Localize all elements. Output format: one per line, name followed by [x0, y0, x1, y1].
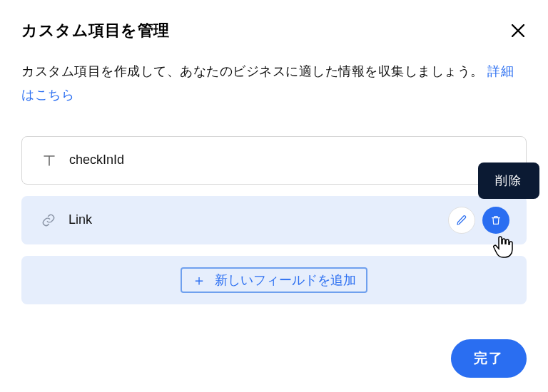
delete-field-button[interactable]	[482, 207, 509, 234]
add-field-button[interactable]: ＋ 新しいフィールドを追加	[21, 256, 527, 304]
field-list: checkInId Link ＋ 新しいフィールドを追加	[21, 136, 527, 304]
cursor-hand-icon	[492, 234, 514, 262]
dialog-description: カスタム項目を作成して、あなたのビジネスに適した情報を収集しましょう。 詳細はこ…	[21, 60, 527, 108]
link-type-icon	[39, 213, 59, 227]
close-button[interactable]	[509, 22, 527, 39]
field-row-link[interactable]: Link	[21, 196, 527, 244]
done-button[interactable]: 完了	[451, 339, 527, 378]
edit-field-button[interactable]	[448, 207, 475, 234]
add-field-label: 新しいフィールドを追加	[215, 272, 356, 289]
field-label: checkInId	[69, 153, 509, 167]
field-label: Link	[68, 212, 448, 227]
plus-icon: ＋	[192, 273, 206, 287]
close-icon	[512, 24, 524, 37]
trash-icon	[490, 215, 502, 226]
description-text: カスタム項目を作成して、あなたのビジネスに適した情報を収集しましょう。	[21, 64, 487, 78]
dialog-title: カスタム項目を管理	[21, 20, 170, 41]
field-row-text[interactable]: checkInId	[21, 136, 527, 185]
text-type-icon	[39, 153, 59, 167]
delete-tooltip: 削除	[478, 163, 539, 199]
pencil-icon	[456, 215, 467, 226]
